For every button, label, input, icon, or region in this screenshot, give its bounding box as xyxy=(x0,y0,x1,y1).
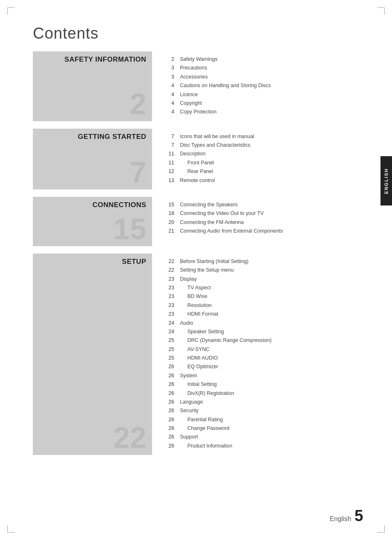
toc-entry: 4Licence xyxy=(164,91,363,99)
page-container: Contents SAFETY INFORMATION22Safety Warn… xyxy=(0,0,392,540)
toc-entry: 26Parental Rating xyxy=(164,416,363,424)
toc-entry: 23BD Wise xyxy=(164,293,363,300)
section-number-getting-started: 7 xyxy=(130,157,146,187)
footer-label: English xyxy=(330,515,351,523)
toc-text: System xyxy=(180,372,363,380)
toc-entry: 23HDMI Format xyxy=(164,310,363,318)
corner-mark-tr xyxy=(377,7,385,15)
toc-text: DRC (Dynamic Range Compression) xyxy=(180,337,363,344)
toc-page-num: 13 xyxy=(164,177,174,185)
toc-text: Connecting the Video Out to your TV xyxy=(180,210,363,217)
toc-entry: 26Change Password xyxy=(164,425,363,432)
page-title: Contents xyxy=(33,25,363,42)
toc-entry: 7Icons that will be used in manual xyxy=(164,133,363,141)
toc-entry: 25HDMI AUDIO xyxy=(164,354,363,362)
section-content-setup: 22Before Starting (Initial Setting)22Set… xyxy=(152,254,363,455)
toc-entry: 18Connecting the Video Out to your TV xyxy=(164,210,363,217)
toc-page-num: 11 xyxy=(164,159,174,167)
toc-entry: 15Connecting the Speakers xyxy=(164,201,363,209)
toc-entry: 11Description xyxy=(164,150,363,158)
toc-entry: 25AV-SYNC xyxy=(164,346,363,353)
toc-entry: 23TV Aspect xyxy=(164,284,363,292)
section-content-getting-started: 7Icons that will be used in manual7Disc … xyxy=(152,129,363,189)
toc-text: Copy Protection xyxy=(180,108,363,116)
section-label-box-connections: CONNECTIONS15 xyxy=(33,197,152,246)
english-sidebar: ENGLISH xyxy=(380,156,392,205)
toc-text: Parental Rating xyxy=(180,416,363,424)
toc-page-num: 26 xyxy=(164,372,174,380)
toc-entry: 13Remote control xyxy=(164,177,363,185)
toc-text: Display xyxy=(180,275,363,283)
corner-mark-tl xyxy=(7,7,15,15)
toc-page-num: 26 xyxy=(164,381,174,388)
section-number-setup: 22 xyxy=(113,423,146,452)
toc-text: Cautions on Handling and Storing Discs xyxy=(180,82,363,90)
section-title-setup: SETUP xyxy=(122,258,146,266)
toc-entry: 21Connecting Audio from External Compone… xyxy=(164,227,363,235)
toc-text: Audio xyxy=(180,319,363,327)
section-content-safety: 2Safety Warnings3Precautions3Accessories… xyxy=(152,51,363,121)
section-label-box-setup: SETUP22 xyxy=(33,254,152,455)
toc-page-num: 4 xyxy=(164,108,174,116)
toc-page-num: 23 xyxy=(164,275,174,283)
toc-text: Description xyxy=(180,150,363,158)
toc-page-num: 4 xyxy=(164,82,174,90)
toc-text: Disc Types and Characteristics xyxy=(180,141,363,149)
toc-page-num: 22 xyxy=(164,258,174,265)
section-safety: SAFETY INFORMATION22Safety Warnings3Prec… xyxy=(33,51,363,121)
toc-text: Connecting the Speakers xyxy=(180,201,363,209)
toc-page-num: 23 xyxy=(164,310,174,318)
toc-entry: 11Front Panel xyxy=(164,159,363,167)
toc-page-num: 24 xyxy=(164,328,174,336)
toc-entry: 22Before Starting (Initial Setting) xyxy=(164,258,363,265)
toc-text: HDMI AUDIO xyxy=(180,354,363,362)
toc-page-num: 25 xyxy=(164,346,174,353)
toc-entry: 26Security xyxy=(164,407,363,415)
toc-text: Change Password xyxy=(180,425,363,432)
toc-text: Safety Warnings xyxy=(180,55,363,63)
section-title-connections: CONNECTIONS xyxy=(92,201,146,209)
section-label-box-getting-started: GETTING STARTED7 xyxy=(33,129,152,189)
toc-entry: 2Safety Warnings xyxy=(164,55,363,63)
toc-entry: 26Language xyxy=(164,398,363,406)
toc-text: Support xyxy=(180,433,363,441)
toc-page-num: 3 xyxy=(164,73,174,81)
toc-entry: 26Product Information xyxy=(164,442,363,450)
toc-entry: 23Resolution xyxy=(164,302,363,309)
toc-text: Connecting Audio from External Component… xyxy=(180,227,363,235)
toc-text: Security xyxy=(180,407,363,415)
toc-page-num: 26 xyxy=(164,442,174,450)
section-setup: SETUP2222Before Starting (Initial Settin… xyxy=(33,254,363,455)
section-content-connections: 15Connecting the Speakers18Connecting th… xyxy=(152,197,363,246)
toc-text: Copyright xyxy=(180,99,363,107)
toc-text: HDMI Format xyxy=(180,310,363,318)
section-number-connections: 15 xyxy=(113,214,146,244)
toc-page-num: 20 xyxy=(164,219,174,226)
footer-number: 5 xyxy=(355,508,363,524)
toc-entry: 4Copy Protection xyxy=(164,108,363,116)
toc-text: Icons that will be used in manual xyxy=(180,133,363,141)
section-label-box-safety: SAFETY INFORMATION2 xyxy=(33,51,152,121)
toc-entry: 12Rear Panel xyxy=(164,168,363,175)
toc-page-num: 24 xyxy=(164,319,174,327)
toc-page-num: 2 xyxy=(164,55,174,63)
toc-page-num: 7 xyxy=(164,141,174,149)
toc-entry: 26System xyxy=(164,372,363,380)
toc-entry: 24Speaker Setting xyxy=(164,328,363,336)
toc-entry: 26EQ Optimizer xyxy=(164,363,363,371)
toc-page-num: 26 xyxy=(164,425,174,432)
section-title-getting-started: GETTING STARTED xyxy=(78,133,146,141)
toc-text: Resolution xyxy=(180,302,363,309)
toc-text: Initial Setting xyxy=(180,381,363,388)
footer: English 5 xyxy=(330,508,363,524)
toc-text: Before Starting (Initial Setting) xyxy=(180,258,363,265)
toc-page-num: 7 xyxy=(164,133,174,141)
toc-text: Language xyxy=(180,398,363,406)
toc-entry: 20Connecting the FM Antenna xyxy=(164,219,363,226)
toc-entry: 4Cautions on Handling and Storing Discs xyxy=(164,82,363,90)
corner-mark-br xyxy=(377,525,385,533)
toc-text: Setting the Setup menu xyxy=(180,266,363,274)
sidebar-label: ENGLISH xyxy=(384,168,389,194)
toc-page-num: 4 xyxy=(164,91,174,99)
toc-text: EQ Optimizer xyxy=(180,363,363,371)
